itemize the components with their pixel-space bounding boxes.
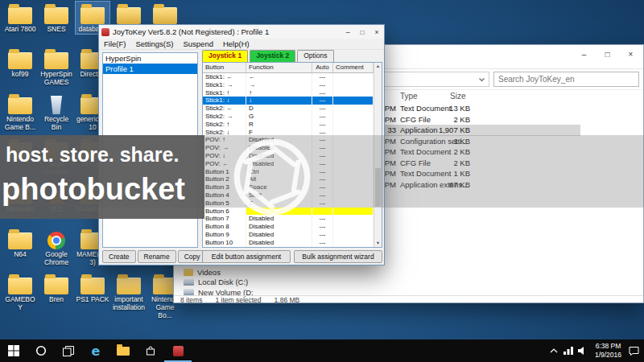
joystick-tab[interactable]: Joystick 1 xyxy=(202,50,248,62)
tree-item[interactable]: Videos xyxy=(184,267,254,278)
assignment-action-button[interactable]: Bulk assignment wizard xyxy=(294,250,382,263)
close-button[interactable]: × xyxy=(369,25,384,39)
taskbar-clock[interactable]: 6:38 PM 1/9/2016 xyxy=(590,342,626,359)
table-scrollbar[interactable]: ▲ ▼ xyxy=(374,63,382,247)
scroll-down-icon[interactable]: ▼ xyxy=(374,240,382,247)
profile-list-item[interactable]: Profile 1 xyxy=(103,64,197,74)
assignment-row[interactable]: Button 6 xyxy=(203,208,374,216)
address-bar[interactable] xyxy=(377,72,489,87)
column-header[interactable]: Auto xyxy=(312,63,333,72)
tree-item[interactable]: Local Disk (C:) xyxy=(184,278,254,288)
status-segment: 1 item selected xyxy=(215,296,261,304)
desktop-icon[interactable]: Recycle Bin xyxy=(39,92,73,132)
assignment-row[interactable]: Button 2 Alt --- xyxy=(203,175,374,183)
menu-item[interactable]: Help(H) xyxy=(218,39,254,49)
assignment-row[interactable]: Stick2: ← D --- xyxy=(203,105,374,113)
minimize-button[interactable]: – xyxy=(341,25,355,39)
column-header[interactable]: Button xyxy=(203,63,246,72)
cortana-button[interactable] xyxy=(27,339,55,362)
row-auto: --- xyxy=(312,183,333,191)
row-comment xyxy=(333,239,374,247)
assignment-row[interactable]: Button 4 Shift --- xyxy=(203,191,374,200)
row-comment xyxy=(333,97,374,105)
file-explorer-button[interactable] xyxy=(109,339,137,362)
assignment-row[interactable]: Button 10 Disabled --- xyxy=(203,239,374,247)
joystick-tab[interactable]: Options xyxy=(297,50,333,62)
chevron-down-icon[interactable] xyxy=(478,76,485,84)
maximize-button[interactable]: □ xyxy=(596,46,619,63)
volume-button[interactable] xyxy=(576,339,590,362)
volume-icon xyxy=(577,346,588,356)
windows-logo-icon xyxy=(8,345,19,356)
assignment-row[interactable]: Stick2: ↓ F --- xyxy=(203,129,374,137)
desktop-icon[interactable]: SNES xyxy=(39,2,73,34)
desktop-icon[interactable]: HyperSpin GAMES xyxy=(39,47,73,87)
desktop-icon[interactable]: Sega Genesis xyxy=(39,137,73,177)
row-function: Disabled xyxy=(246,136,312,144)
joytokey-titlebar[interactable]: JoyToKey Ver5.8.2 (Not Registered) : Pro… xyxy=(99,25,384,39)
column-header[interactable]: Comment xyxy=(333,63,374,72)
column-header-size[interactable]: Size xyxy=(450,92,465,101)
network-button[interactable] xyxy=(561,339,576,362)
store-button[interactable] xyxy=(137,339,164,362)
action-center-button[interactable] xyxy=(626,339,641,362)
desktop-icon[interactable]: Atari 7800 xyxy=(3,2,37,34)
desktop-icon[interactable] xyxy=(3,137,37,161)
assignment-row[interactable]: Button 5 Z --- xyxy=(203,200,374,208)
assignment-row[interactable]: Button 9 Disabled --- xyxy=(203,231,374,239)
start-button[interactable] xyxy=(0,339,27,362)
desktop-icon[interactable]: GAMEBOY xyxy=(3,272,37,312)
desktop-icon[interactable]: PS1 PACK xyxy=(76,272,109,304)
menu-item[interactable]: File(F) xyxy=(99,39,130,49)
search-input[interactable] xyxy=(493,72,639,87)
minimize-button[interactable]: – xyxy=(572,46,596,63)
close-button[interactable]: × xyxy=(619,46,642,63)
desktop-icon[interactable]: Nintendo Game B... xyxy=(3,92,37,132)
assignment-row[interactable]: Stick1: ↑ ↑ --- xyxy=(203,89,374,97)
assignment-row[interactable]: Button 7 Disabled --- xyxy=(203,215,374,223)
menu-item[interactable]: Suspend xyxy=(178,39,218,49)
assignment-row[interactable]: Stick2: → G --- xyxy=(203,113,374,121)
row-button: Button 7 xyxy=(203,215,246,223)
profile-action-button[interactable]: Create xyxy=(102,250,136,263)
row-button: POV: → xyxy=(203,144,246,152)
assignment-row[interactable]: Button 1 Ctrl --- xyxy=(203,168,374,176)
column-header[interactable]: Function xyxy=(246,63,312,72)
assignment-row[interactable]: Button 3 Space --- xyxy=(203,183,374,191)
joystick-tab[interactable]: Joystick 2 xyxy=(250,50,295,62)
assignment-row[interactable]: POV: → Disabled --- xyxy=(203,144,374,152)
desktop-icon[interactable]: kof99 xyxy=(3,47,37,79)
joytokey-taskbar-button[interactable] xyxy=(164,339,192,362)
desktop-icon[interactable]: Bren xyxy=(39,272,73,304)
column-header-type[interactable]: Type xyxy=(400,92,418,101)
assignment-row[interactable]: Stick1: ← ← --- xyxy=(203,73,374,81)
scroll-up-icon[interactable]: ▲ xyxy=(374,63,382,70)
file-size: 13 KB xyxy=(406,103,470,114)
desktop-icon[interactable]: VLC xyxy=(39,182,73,214)
row-button: Stick2: → xyxy=(203,113,246,121)
edge-button[interactable]: e xyxy=(82,339,109,362)
tray-expand-button[interactable] xyxy=(547,339,561,362)
assignment-row[interactable]: POV: ← Disabled --- xyxy=(203,160,374,168)
assignment-row[interactable]: Stick2: ↑ R --- xyxy=(203,121,374,129)
assignment-row[interactable]: POV: ↓ Disabled --- xyxy=(203,152,374,160)
desktop-icon[interactable] xyxy=(148,2,182,26)
scroll-thumb[interactable] xyxy=(375,168,381,207)
task-view-button[interactable] xyxy=(55,339,82,362)
maximize-button[interactable]: □ xyxy=(355,25,369,39)
clock-date: 1/9/2016 xyxy=(595,351,621,360)
menu-item[interactable]: Settings(S) xyxy=(130,39,178,49)
desktop-icon[interactable]: Nintendo xyxy=(3,182,37,214)
row-button: Button 10 xyxy=(203,239,246,247)
assignment-row[interactable]: Button 8 Disabled --- xyxy=(203,223,374,231)
file-size: 1 KB xyxy=(406,168,470,179)
assignment-row[interactable]: Stick1: → → --- xyxy=(203,81,374,89)
desktop-icon[interactable]: important installation xyxy=(112,272,146,312)
desktop-icon[interactable]: N64 xyxy=(3,227,37,259)
profile-list-item[interactable]: HyperSpin xyxy=(103,53,197,64)
profile-action-button[interactable]: Rename xyxy=(138,250,176,263)
desktop-icon[interactable]: Google Chrome xyxy=(39,227,73,267)
assignment-action-button[interactable]: Edit button assignment xyxy=(202,250,291,263)
assignment-row[interactable]: Stick1: ↓ ↓ --- xyxy=(203,97,374,105)
assignment-row[interactable]: POV: ↑ Disabled --- xyxy=(203,136,374,144)
